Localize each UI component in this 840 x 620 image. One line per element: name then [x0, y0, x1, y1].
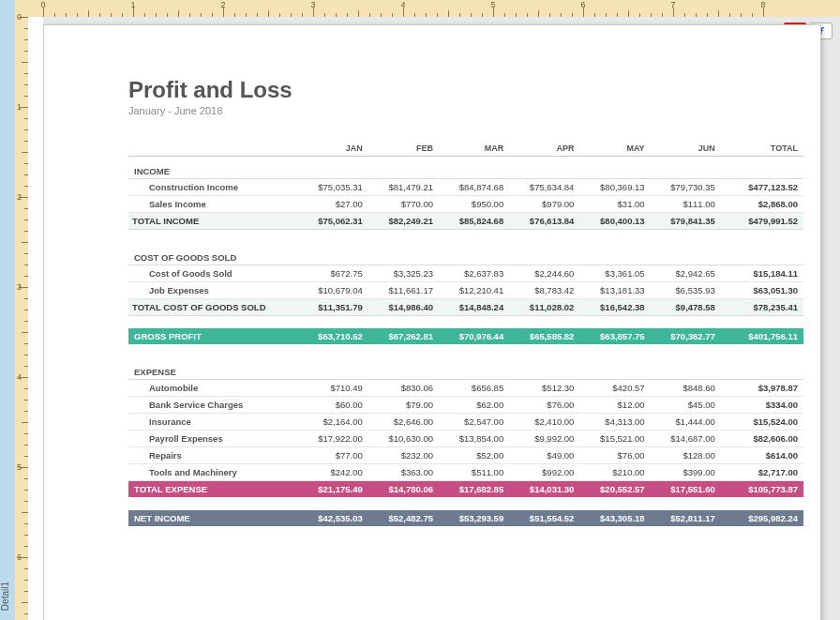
table-row: TOTAL COST OF GOODS SOLD$11,351.79$14,98…	[128, 298, 803, 315]
pl-table: JAN FEB MAR APR MAY JUN TOTAL INCOMECons…	[128, 141, 803, 526]
table-row: TOTAL EXPENSE$21,175.49$14,780.06$17,682…	[128, 481, 803, 498]
col-total: TOTAL	[721, 141, 803, 157]
table-row: GROSS PROFIT$63,710.52$67,262.81$70,976.…	[128, 328, 803, 344]
col-apr: APR	[509, 141, 579, 157]
col-jan: JAN	[298, 141, 368, 157]
designer-root: { "designer": { "band_label": "Detail1",…	[0, 0, 840, 620]
table-row: Construction Income$75,035.31$81,479.21$…	[128, 179, 803, 196]
table-row: Cost of Goods Sold$672.75$3,325.23$2,637…	[128, 265, 803, 281]
band-label: Detail1	[0, 582, 15, 611]
col-mar: MAR	[439, 141, 509, 157]
report-subtitle: January - June 2018	[128, 105, 803, 116]
section-header: INCOME	[128, 157, 803, 179]
table-row: Payroll Expenses$17,922.00$10,630.00$13,…	[128, 431, 803, 447]
report-body: Profit and Loss January - June 2018 JAN …	[128, 77, 803, 526]
col-feb: FEB	[368, 141, 439, 157]
section-header: COST OF GOODS SOLD	[128, 243, 803, 265]
col-jun: JUN	[651, 141, 721, 157]
table-header-row: JAN FEB MAR APR MAY JUN TOTAL	[128, 141, 803, 157]
table-row: Repairs$77.00$232.00$52.00$49.00$76.00$1…	[128, 447, 803, 464]
table-row: Sales Income$27.00$770.00$950.00$979.00$…	[128, 196, 803, 213]
table-row: Insurance$2,164.00$2,646.00$2,547.00$2,4…	[128, 414, 803, 431]
report-page[interactable]: Profit and Loss January - June 2018 JAN …	[43, 24, 821, 620]
table-row: NET INCOME$42,535.03$52,482.75$53,293.59…	[128, 510, 803, 526]
table-row: TOTAL INCOME$75,062.31$82,249.21$85,824.…	[128, 213, 803, 230]
horizontal-ruler[interactable]: 012345678	[43, 0, 840, 17]
table-row: Automobile$710.49$830.06$656.85$512.30$4…	[128, 380, 803, 397]
table-row: Tools and Machinery$242.00$363.00$511.00…	[128, 464, 803, 481]
col-may: MAY	[579, 141, 650, 157]
vertical-ruler[interactable]: 01234567	[15, 17, 28, 620]
table-row: Bank Service Charges$60.00$79.00$62.00$7…	[128, 397, 803, 414]
band-gutter[interactable]: Detail1	[0, 17, 15, 620]
design-surface[interactable]: PDF f Profit and Loss January - June 201…	[43, 17, 840, 620]
section-header: EXPENSE	[128, 357, 803, 380]
report-title: Profit and Loss	[128, 77, 803, 103]
table-row: Job Expenses$10,679.04$11,661.17$12,210.…	[128, 281, 803, 298]
corner-blue	[0, 0, 15, 17]
